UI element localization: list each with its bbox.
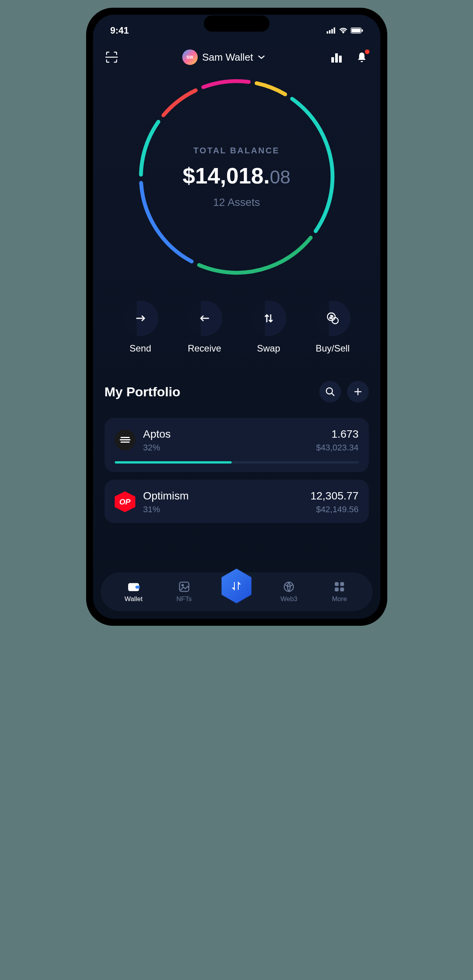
asset-usd-value: $43,023.34 — [316, 443, 358, 453]
svg-rect-30 — [335, 588, 339, 591]
asset-progress — [115, 461, 359, 464]
balance-section: TOTAL BALANCE $14,018.08 12 Assets — [93, 73, 380, 289]
bar-chart-icon — [331, 52, 342, 63]
svg-rect-3 — [334, 27, 335, 34]
wifi-icon — [339, 27, 348, 34]
wallet-icon — [127, 581, 140, 592]
nav-center-button[interactable] — [219, 569, 254, 603]
swap-label: Swap — [257, 343, 280, 354]
receive-label: Receive — [188, 343, 221, 354]
asset-count: 12 Assets — [183, 196, 290, 209]
send-label: Send — [129, 343, 151, 354]
svg-rect-0 — [327, 31, 328, 34]
svg-rect-22 — [120, 442, 130, 443]
signal-icon — [327, 27, 336, 34]
scan-button[interactable] — [105, 50, 119, 64]
asset-name: Aptos — [143, 428, 309, 440]
optimism-icon: OP — [115, 491, 136, 512]
asset-quantity: 1.673 — [316, 428, 358, 440]
balance-amount: $14,018.08 — [183, 163, 290, 189]
add-button[interactable] — [347, 381, 369, 403]
exchange-icon — [229, 578, 244, 594]
nav-nfts-label: NFTs — [176, 595, 192, 603]
asset-percentage: 31% — [143, 504, 303, 515]
swap-icon — [263, 313, 275, 324]
svg-rect-21 — [120, 439, 131, 440]
notifications-button[interactable] — [355, 50, 369, 64]
notch — [204, 15, 270, 32]
swap-button[interactable]: Swap — [251, 301, 287, 354]
asset-quantity: 12,305.77 — [310, 490, 359, 502]
svg-rect-1 — [329, 30, 331, 34]
scan-icon — [105, 51, 118, 64]
status-time: 9:41 — [110, 25, 129, 36]
svg-rect-5 — [351, 29, 361, 32]
asset-usd-value: $42,149.56 — [310, 504, 359, 515]
battery-icon — [351, 27, 363, 34]
svg-rect-6 — [362, 29, 363, 32]
receive-button[interactable]: Receive — [187, 301, 222, 354]
wallet-name: Sam Wallet — [202, 51, 253, 63]
asset-list: Aptos32%1.673$43,023.34OPOptimism31%12,3… — [93, 410, 380, 523]
coins-icon — [326, 311, 340, 325]
notification-dot — [365, 49, 370, 54]
send-button[interactable]: Send — [123, 301, 158, 354]
avatar: SW — [182, 49, 198, 65]
arrow-right-icon — [134, 314, 147, 322]
globe-icon — [283, 581, 295, 593]
svg-rect-9 — [339, 56, 342, 63]
status-icons — [327, 27, 363, 34]
nav-more-label: More — [332, 595, 347, 603]
image-icon — [178, 581, 190, 593]
svg-rect-31 — [340, 588, 344, 591]
balance-content: TOTAL BALANCE $14,018.08 12 Assets — [183, 146, 290, 209]
svg-point-26 — [182, 584, 183, 586]
buysell-button[interactable]: Buy/Sell — [315, 301, 351, 354]
search-button[interactable] — [319, 381, 341, 403]
portfolio-header: My Portfolio — [93, 373, 380, 410]
nav-web3-label: Web3 — [280, 595, 297, 603]
search-icon — [325, 387, 335, 397]
svg-rect-24 — [136, 586, 140, 589]
nav-web3[interactable]: Web3 — [273, 581, 304, 603]
nav-wallet[interactable]: Wallet — [118, 581, 149, 603]
action-row: Send Receive Swap Buy/Sell — [93, 289, 380, 373]
svg-rect-2 — [331, 29, 333, 34]
svg-rect-29 — [340, 582, 344, 586]
grid-icon — [334, 581, 345, 592]
balance-ring[interactable]: TOTAL BALANCE $14,018.08 12 Assets — [136, 76, 337, 277]
arrow-left-icon — [198, 314, 211, 322]
nav-nfts[interactable]: NFTs — [169, 581, 200, 603]
aptos-icon — [115, 430, 136, 450]
asset-percentage: 32% — [143, 443, 309, 453]
svg-rect-7 — [331, 57, 334, 63]
stats-button[interactable] — [329, 50, 343, 64]
plus-icon — [353, 387, 363, 396]
portfolio-title: My Portfolio — [105, 384, 180, 399]
bottom-nav: Wallet NFTs Web3 More — [101, 572, 373, 611]
asset-card[interactable]: OPOptimism31%12,305.77$42,149.56 — [105, 480, 369, 523]
svg-rect-8 — [335, 53, 338, 63]
chevron-down-icon — [258, 55, 265, 59]
asset-name: Optimism — [143, 490, 303, 502]
svg-rect-20 — [120, 437, 130, 438]
screen: 9:41 SW Sam Wallet — [93, 15, 380, 619]
svg-rect-28 — [335, 582, 339, 586]
asset-card[interactable]: Aptos32%1.673$43,023.34 — [105, 418, 369, 472]
nav-more[interactable]: More — [324, 581, 355, 603]
nav-wallet-label: Wallet — [125, 595, 143, 603]
balance-label: TOTAL BALANCE — [183, 146, 290, 156]
wallet-selector[interactable]: SW Sam Wallet — [182, 49, 266, 65]
app-header: SW Sam Wallet — [93, 38, 380, 73]
buysell-label: Buy/Sell — [315, 343, 349, 354]
phone-frame: 9:41 SW Sam Wallet — [86, 8, 387, 626]
